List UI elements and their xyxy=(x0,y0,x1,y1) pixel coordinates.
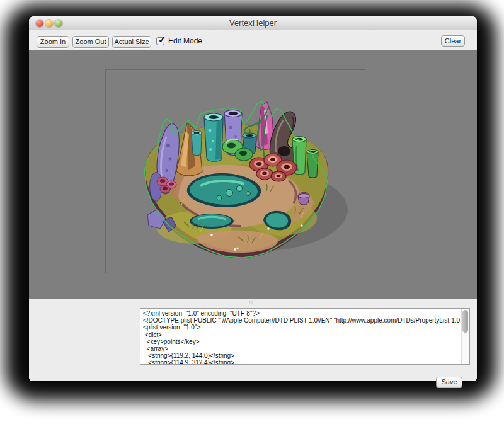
plist-output-text: <?xml version="1.0" encoding="UTF-8"?> <… xyxy=(140,309,469,365)
checkmark-icon: ✓ xyxy=(158,35,166,44)
edit-mode-checkbox[interactable]: ✓ xyxy=(156,37,164,45)
actual-size-button[interactable]: Actual Size xyxy=(112,36,151,48)
toolbar: Zoom In Zoom Out Actual Size ✓ Edit Mode… xyxy=(29,30,477,50)
scrollbar-thumb[interactable] xyxy=(462,310,468,333)
clear-button[interactable]: Clear xyxy=(441,35,465,47)
window-title: VertexHelper xyxy=(29,16,477,30)
zoom-in-button[interactable]: Zoom In xyxy=(37,36,69,48)
island-artwork xyxy=(106,70,365,273)
export-panel: Type: .plist Rows/Cols: 1 / 1 Style: Ass… xyxy=(29,299,477,381)
vertexhelper-window: VertexHelper Zoom In Zoom Out Actual Siz… xyxy=(29,16,477,381)
sprite-frame[interactable] xyxy=(105,69,365,273)
save-button[interactable]: Save xyxy=(436,377,462,387)
edit-mode-label: Edit Mode xyxy=(168,37,202,45)
edit-mode-control[interactable]: ✓ Edit Mode xyxy=(156,35,202,47)
plist-output-area[interactable]: <?xml version="1.0" encoding="UTF-8"?> <… xyxy=(140,308,470,365)
editor-canvas[interactable] xyxy=(29,50,477,299)
scrollbar[interactable] xyxy=(461,309,469,364)
splitter-handle-icon[interactable] xyxy=(249,301,253,304)
zoom-out-button[interactable]: Zoom Out xyxy=(72,36,109,48)
title-bar[interactable]: VertexHelper xyxy=(29,16,477,31)
